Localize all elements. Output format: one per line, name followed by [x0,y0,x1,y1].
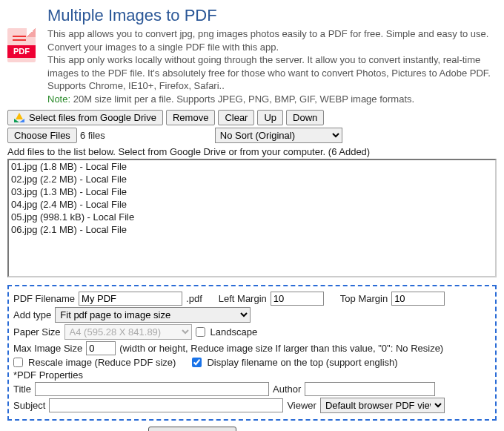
sort-select[interactable]: No Sort (Original) [215,128,342,143]
pdf-properties-label: *PDF Properties [13,369,83,381]
pdf-icon: PDF [7,28,36,62]
down-button[interactable]: Down [286,110,324,125]
paper-size-select: A4 (595.28 X 841.89) [64,324,192,340]
add-type-label: Add type [13,309,51,320]
pdf-filename-input[interactable] [79,292,182,306]
left-margin-label: Left Margin [219,293,267,304]
subject-input[interactable] [49,398,283,412]
paper-size-label: Paper Size [13,326,61,338]
page-title: Multiple Images to PDF [47,6,497,25]
title-input[interactable] [35,382,269,396]
choose-files-button[interactable]: Choose Files [7,128,77,143]
options-panel: PDF Filename .pdf Left Margin Top Margin… [7,285,497,421]
remove-button[interactable]: Remove [166,110,215,125]
pdf-filename-label: PDF Filename [13,293,75,304]
author-input[interactable] [305,382,435,396]
viewer-label: Viewer [287,400,316,411]
viewer-select[interactable]: Default browser PDF viewer [320,398,445,413]
author-label: Author [273,384,301,395]
list-item[interactable]: 03.jpg (1.3 MB) - Local File [11,186,493,199]
title-label: Title [13,384,31,395]
create-pdf-button[interactable]: Create PDF [148,427,237,431]
add-type-select[interactable]: Fit pdf page to image size [55,307,251,323]
landscape-label: Landscape [210,326,258,338]
rescale-checkbox[interactable] [13,358,23,367]
file-list[interactable]: 01.jpg (1.8 MB) - Local File02.jpg (2.2 … [7,159,497,277]
display-filename-checkbox[interactable] [192,358,202,367]
list-item[interactable]: 05.jpg (998.1 kB) - Local File [11,211,493,224]
up-button[interactable]: Up [257,110,283,125]
top-margin-label: Top Margin [340,293,388,304]
description: This app allows you to convert jpg, png … [47,27,497,105]
list-item[interactable]: 02.jpg (2.2 MB) - Local File [11,174,493,186]
max-image-size-input[interactable] [86,341,116,355]
pdf-ext-label: .pdf [186,293,202,304]
rescale-label: Rescale image (Reduce PDF size) [28,357,176,368]
note-label: Note: [47,93,70,105]
add-files-hint: Add files to the list below. Select from… [7,146,497,157]
display-filename-label: Display filename on the top (support eng… [207,357,397,368]
max-image-size-label: Max Image Size [13,343,82,354]
list-item[interactable]: 04.jpg (2.4 MB) - Local File [11,199,493,211]
max-image-size-hint: (width or height, Reduce image size If l… [119,343,443,354]
google-drive-icon [14,113,25,123]
left-margin-input[interactable] [271,292,324,306]
top-margin-input[interactable] [391,292,445,306]
landscape-checkbox[interactable] [196,327,205,337]
subject-label: Subject [13,400,45,411]
clear-button[interactable]: Clear [218,110,254,125]
note-text: 20M size limit per a file. Supports JPEG… [73,93,414,105]
file-count-label: 6 files [80,130,105,141]
list-item[interactable]: 01.jpg (1.8 MB) - Local File [11,161,493,174]
list-item[interactable]: 06.jpg (2.1 MB) - Local File [11,224,493,237]
select-from-google-drive-button[interactable]: Select files from Google Drive [7,110,163,125]
